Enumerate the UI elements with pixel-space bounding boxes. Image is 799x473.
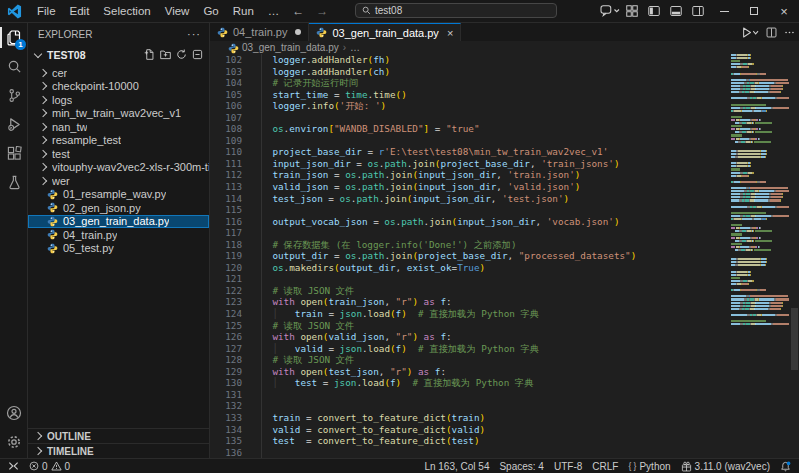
explorer-activity-button[interactable]: 1 — [0, 23, 28, 52]
more-editor-actions-button[interactable] — [784, 27, 795, 38]
menu-run[interactable]: Run — [226, 5, 261, 17]
problems-indicator[interactable]: 0 0 — [24, 459, 75, 473]
folder-nan_tw[interactable]: nan_tw — [28, 120, 209, 134]
code-line-136[interactable]: 136 — [210, 447, 799, 458]
file-03_gen_train_data.py[interactable]: 03_gen_train_data.py — [28, 215, 209, 229]
minimap[interactable] — [727, 54, 789, 458]
more-menus-button[interactable]: … — [261, 0, 287, 22]
code-line-128[interactable]: 128 # 读取 JSON 文件 — [210, 354, 799, 366]
back-button[interactable]: ← — [286, 4, 310, 18]
copilot-chat-button[interactable] — [599, 0, 621, 22]
code-line-135[interactable]: 135 test = convert_to_feature_dict(test) — [210, 435, 799, 447]
toggle-panel-button[interactable] — [665, 0, 687, 22]
code-line-124[interactable]: 124 │ train = json.load(f) # 直接加载为 Pytho… — [210, 308, 799, 320]
language-mode[interactable]: { } Python — [623, 459, 675, 473]
toggle-secondary-sidebar-button[interactable] — [687, 0, 709, 22]
indentation[interactable]: Spaces: 4 — [494, 459, 548, 473]
code-line-116[interactable]: 116 output_vocab_json = os.path.join(inp… — [210, 216, 799, 228]
remote-indicator[interactable] — [0, 459, 24, 473]
source-control-activity-button[interactable] — [0, 81, 28, 110]
folder-logs[interactable]: logs — [28, 93, 209, 107]
run-debug-activity-button[interactable] — [0, 110, 28, 139]
outline-section-header[interactable]: OUTLINE — [28, 428, 209, 443]
cursor-position[interactable]: Ln 163, Col 54 — [419, 459, 494, 473]
refresh-explorer-icon[interactable] — [176, 49, 187, 60]
tab-04-train[interactable]: 04_train.py — [210, 23, 309, 41]
search-activity-button[interactable] — [0, 52, 28, 81]
menu-edit[interactable]: Edit — [63, 5, 97, 17]
code-line-113[interactable]: 113 valid_json = os.path.join(input_json… — [210, 181, 799, 193]
file-05_test.py[interactable]: 05_test.py — [28, 242, 209, 256]
extensions-activity-button[interactable] — [0, 139, 28, 168]
folder-vitouphy-wav2vec2-xls-r-300m-timit-phoneme[interactable]: vitouphy-wav2vec2-xls-r-300m-timit-phone… — [28, 161, 209, 175]
code-line-105[interactable]: 105 start_time = time.time() — [210, 89, 799, 101]
code-line-127[interactable]: 127 │ valid = json.load(f) # 直接加载为 Pytho… — [210, 343, 799, 355]
code-line-125[interactable]: 125 # 读取 JSON 文件 — [210, 320, 799, 332]
code-line-126[interactable]: 126 with open(valid_json, "r") as f: — [210, 331, 799, 343]
breadcrumb[interactable]: 03_gen_train_data.py › … — [210, 41, 799, 54]
menu-file[interactable]: File — [30, 5, 63, 17]
split-editor-button[interactable] — [766, 27, 777, 38]
notifications-bell[interactable] — [775, 459, 799, 473]
code-line-121[interactable]: 121 — [210, 273, 799, 285]
code-editor[interactable]: 102 logger.addHandler(fh)103 logger.addH… — [210, 54, 799, 458]
code-line-133[interactable]: 133 train = convert_to_feature_dict(trai… — [210, 412, 799, 424]
code-line-106[interactable]: 106 logger.info('开始: ') — [210, 100, 799, 112]
forward-button[interactable]: → — [310, 4, 334, 18]
code-line-114[interactable]: 114 test_json = os.path.join(input_json_… — [210, 193, 799, 205]
modified-dot-icon[interactable] — [295, 29, 301, 35]
folder-wer[interactable]: wer — [28, 174, 209, 188]
minimize-button[interactable] — [709, 0, 739, 22]
explorer-more-actions-button[interactable]: ··· — [187, 28, 201, 40]
close-tab-icon[interactable]: × — [447, 27, 453, 39]
new-file-icon[interactable] — [144, 49, 155, 60]
code-line-107[interactable]: 107 — [210, 112, 799, 124]
menu-view[interactable]: View — [158, 5, 197, 17]
code-line-115[interactable]: 115 — [210, 204, 799, 216]
code-line-118[interactable]: 118 # 保存数据集 (在 logger.info('Done!') 之前添加… — [210, 239, 799, 251]
code-line-111[interactable]: 111 input_json_dir = os.path.join(projec… — [210, 158, 799, 170]
code-line-103[interactable]: 103 logger.addHandler(ch) — [210, 66, 799, 78]
code-line-122[interactable]: 122 # 读取 JSON 文件 — [210, 285, 799, 297]
menu-go[interactable]: Go — [196, 5, 225, 17]
code-line-109[interactable]: 109 — [210, 135, 799, 147]
customize-layout-button[interactable] — [621, 0, 643, 22]
code-line-110[interactable]: 110 project_base_dir = r'E:\test\test08\… — [210, 146, 799, 158]
code-line-104[interactable]: 104 # 记录开始运行时间 — [210, 77, 799, 89]
file-01_resample_wav.py[interactable]: 01_resample_wav.py — [28, 188, 209, 202]
command-center-search[interactable]: test08 — [355, 3, 557, 18]
encoding[interactable]: UTF-8 — [549, 459, 587, 473]
vertical-scrollbar[interactable] — [791, 308, 798, 370]
code-line-108[interactable]: 108 os.environ["WANDB_DISABLED"] = "true… — [210, 123, 799, 135]
run-python-file-button[interactable] — [742, 27, 759, 38]
settings-gear-button[interactable] — [0, 427, 28, 456]
code-line-112[interactable]: 112 train_json = os.path.join(input_json… — [210, 169, 799, 181]
timeline-section-header[interactable]: TIMELINE — [28, 443, 209, 458]
code-line-129[interactable]: 129 with open(test_json, "r") as f: — [210, 366, 799, 378]
folder-section-header[interactable]: TEST08 — [28, 47, 209, 62]
folder-checkpoint-10000[interactable]: checkpoint-10000 — [28, 80, 209, 94]
code-line-117[interactable]: 117 — [210, 227, 799, 239]
testing-activity-button[interactable] — [0, 168, 28, 197]
code-line-131[interactable]: 131 — [210, 389, 799, 401]
close-window-button[interactable]: × — [769, 0, 799, 22]
python-interpreter[interactable]: 3.11.0 (wav2vec) — [676, 459, 775, 473]
tab-03-gen-train-data[interactable]: 03_gen_train_data.py × — [309, 23, 461, 41]
breadcrumb-more[interactable]: … — [350, 42, 360, 53]
file-04_train.py[interactable]: 04_train.py — [28, 228, 209, 242]
folder-test[interactable]: test — [28, 147, 209, 161]
code-line-130[interactable]: 130 │ test = json.load(f) # 直接加载为 Python… — [210, 377, 799, 389]
code-line-119[interactable]: 119 output_dir = os.path.join(project_ba… — [210, 250, 799, 262]
folder-min_tw_train_wav2vec_v1[interactable]: min_tw_train_wav2vec_v1 — [28, 107, 209, 121]
toggle-sidebar-button[interactable] — [643, 0, 665, 22]
breadcrumb-file[interactable]: 03_gen_train_data.py — [242, 42, 339, 53]
collapse-folders-icon[interactable] — [192, 49, 203, 60]
menu-selection[interactable]: Selection — [96, 5, 157, 17]
folder-resample_test[interactable]: resample_test — [28, 134, 209, 148]
folder-cer[interactable]: cer — [28, 66, 209, 80]
code-line-123[interactable]: 123 with open(train_json, "r") as f: — [210, 296, 799, 308]
file-02_gen_json.py[interactable]: 02_gen_json.py — [28, 201, 209, 215]
code-line-132[interactable]: 132 — [210, 400, 799, 412]
code-line-120[interactable]: 120 os.makedirs(output_dir, exist_ok=Tru… — [210, 262, 799, 274]
new-folder-icon[interactable] — [160, 49, 171, 60]
